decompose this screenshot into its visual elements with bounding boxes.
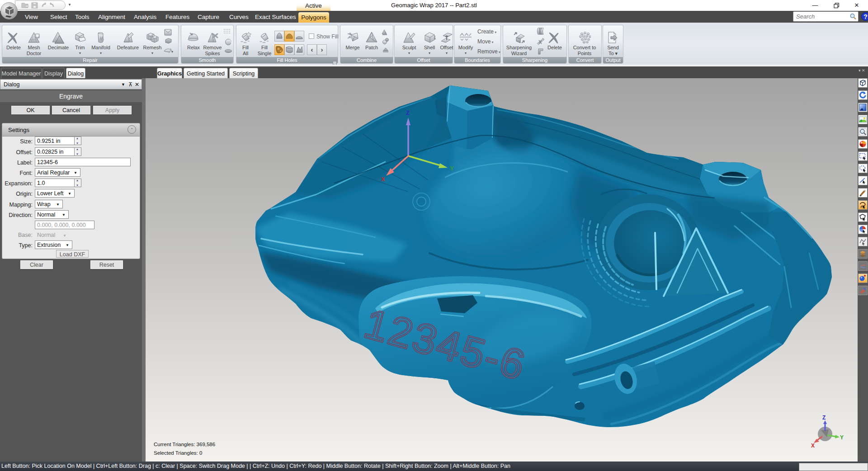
- svg-text:Y: Y: [840, 434, 844, 441]
- svg-text:X: X: [811, 443, 815, 449]
- svg-text:X: X: [381, 176, 385, 183]
- svg-text:Z: Z: [406, 109, 410, 116]
- svg-text:Z: Z: [822, 414, 826, 421]
- svg-text:Y: Y: [450, 165, 454, 172]
